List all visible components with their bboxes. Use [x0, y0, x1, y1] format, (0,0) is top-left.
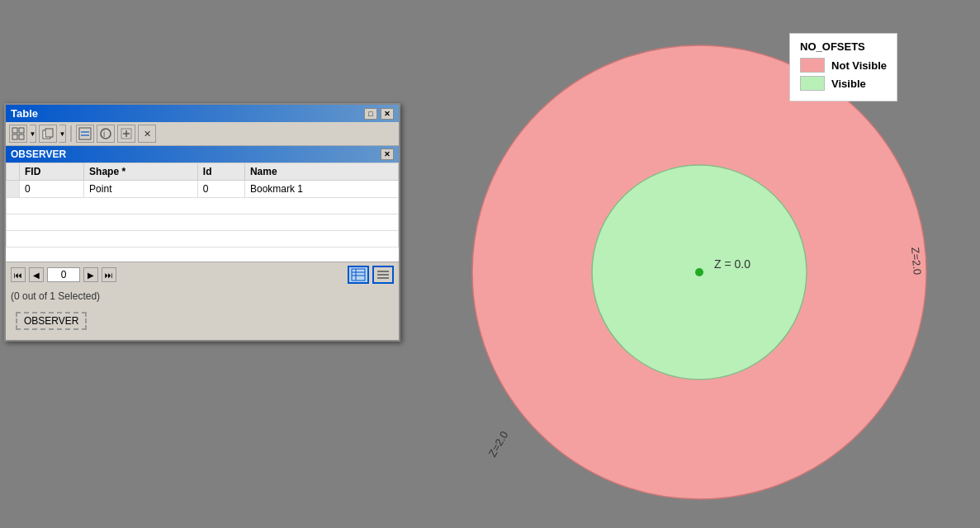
cell-fid: 0 [20, 181, 84, 198]
title-bar-buttons: □ ✕ [364, 108, 394, 120]
data-table: FID Shape * Id Name 0 Point 0 Bookmark 1 [6, 163, 399, 248]
svg-point-9 [101, 129, 111, 139]
col-shape[interactable]: Shape * [84, 163, 198, 181]
options-icon[interactable]: i [97, 125, 115, 143]
status-bar: (0 out of 1 Selected) [6, 287, 399, 305]
svg-rect-14 [352, 269, 365, 280]
current-record-input[interactable] [47, 267, 80, 282]
table-title-bar: Table □ ✕ [6, 105, 399, 122]
legend-label-visible: Visible [831, 78, 866, 90]
center-point [695, 268, 703, 276]
grid-icon[interactable] [9, 125, 27, 143]
minimize-button[interactable]: □ [364, 108, 377, 120]
svg-rect-0 [12, 128, 17, 133]
add-icon[interactable] [117, 125, 135, 143]
svg-rect-6 [79, 128, 91, 139]
observer-close-button[interactable]: ✕ [381, 148, 394, 160]
cell-shape: Point [84, 181, 198, 198]
empty-row-3 [7, 231, 399, 248]
legend-item-visible: Visible [800, 76, 887, 91]
observer-footer-area: OBSERVER [6, 305, 399, 340]
col-selector [7, 163, 20, 181]
outer-label-bottom: Z=2.0 [486, 429, 511, 460]
col-fid[interactable]: FID [20, 163, 84, 181]
next-button[interactable]: ▶ [83, 267, 98, 282]
last-button[interactable]: ⏭ [102, 267, 116, 282]
col-id[interactable]: Id [197, 163, 244, 181]
delete-icon[interactable]: ✕ [138, 125, 156, 143]
observer-footer-label: OBSERVER [16, 312, 87, 330]
svg-rect-5 [45, 129, 53, 137]
empty-row-1 [7, 198, 399, 214]
legend-box: NO_OFSETS Not Visible Visible [789, 33, 897, 101]
prev-button[interactable]: ◀ [29, 267, 44, 282]
empty-row-2 [7, 214, 399, 231]
svg-rect-7 [81, 131, 89, 133]
svg-rect-1 [19, 128, 24, 133]
observer-panel: OBSERVER ✕ FID Shape * Id Name [6, 146, 399, 340]
visualization-panel: NO_OFSETS Not Visible Visible Z = 0.0 Z=… [427, 16, 963, 512]
outer-label-right: Z=2.0 [909, 247, 924, 276]
toolbar: ▼ ▼ i [6, 122, 399, 146]
grid-dropdown-icon[interactable]: ▼ [30, 125, 36, 143]
copy-dropdown-icon[interactable]: ▼ [59, 125, 66, 143]
table-container: FID Shape * Id Name 0 Point 0 Bookmark 1 [6, 163, 399, 262]
selection-status: (0 out of 1 Selected) [11, 290, 100, 302]
inner-label: Z = 0.0 [714, 257, 750, 271]
legend-color-visible [800, 76, 825, 91]
close-button[interactable]: ✕ [381, 108, 394, 120]
table-row: 0 Point 0 Bookmark 1 [7, 181, 399, 198]
list-view-button[interactable] [372, 266, 394, 284]
first-button[interactable]: ⏮ [11, 267, 26, 282]
cell-id: 0 [197, 181, 244, 198]
observer-title: OBSERVER [11, 148, 66, 160]
svg-rect-3 [19, 134, 24, 139]
select-icon[interactable] [76, 125, 94, 143]
table-window: Table □ ✕ ▼ ▼ [4, 103, 400, 342]
separator-1 [70, 125, 72, 142]
svg-rect-2 [12, 134, 17, 139]
legend-label-not-visible: Not Visible [831, 59, 887, 72]
svg-rect-8 [81, 134, 89, 136]
copy-icon[interactable] [39, 125, 57, 143]
table-title: Table [11, 107, 38, 120]
legend-item-not-visible: Not Visible [800, 58, 887, 73]
legend-color-not-visible [800, 58, 825, 73]
col-name[interactable]: Name [244, 163, 398, 181]
svg-text:i: i [103, 130, 105, 139]
legend-title: NO_OFSETS [800, 40, 887, 53]
navigation-bar: ⏮ ◀ ▶ ⏭ [6, 262, 399, 287]
cell-name: Bookmark 1 [244, 181, 398, 198]
observer-title-bar: OBSERVER ✕ [6, 146, 399, 163]
row-selector[interactable] [7, 181, 20, 198]
table-view-button[interactable] [348, 266, 369, 284]
